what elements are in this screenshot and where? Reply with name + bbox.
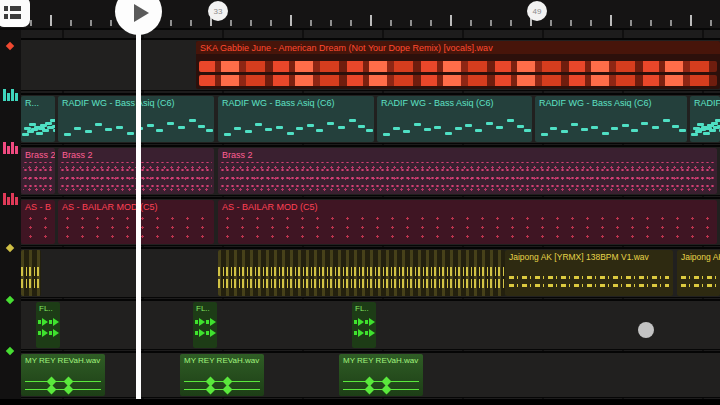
- clip-green-small[interactable]: FL..: [352, 302, 376, 348]
- clip-midi-crimson[interactable]: AS - B: [21, 200, 55, 244]
- clip-green-big[interactable]: MY REY REVaH.wav: [339, 354, 423, 396]
- clip-waveform: [218, 161, 717, 194]
- clip-midi-pink[interactable]: Brass 2: [218, 148, 717, 194]
- bottom-letterbox: [0, 399, 720, 405]
- clip-waveform: [36, 315, 60, 348]
- clip-vocal[interactable]: SKA Gabbie June - American Dream (Not Yo…: [196, 41, 720, 89]
- clip-waveform: [505, 263, 673, 296]
- transport-ruler-bar[interactable]: 3349: [0, 0, 720, 30]
- clip-midi-teal[interactable]: R...: [21, 96, 55, 142]
- clip-audio-yellow[interactable]: Jaipong AK [YRMX] 138BPM V1.wav: [505, 250, 673, 296]
- ruler-tick: [630, 20, 632, 26]
- clip-label: RADIF WG - Bass Asiq (C6): [377, 96, 532, 109]
- clip-label: Brass 2: [218, 148, 717, 161]
- clip-waveform: [21, 367, 105, 396]
- clip-midi-teal[interactable]: RADIF WG - Bass Asiq (C6): [218, 96, 374, 142]
- clip-label: AS - BAILAR MOD (C5): [218, 200, 717, 213]
- playhead-line[interactable]: [136, 26, 141, 399]
- clip-bars-yellow[interactable]: [21, 250, 41, 296]
- clip-waveform: [21, 213, 55, 244]
- track-icon-rail: [0, 28, 21, 399]
- clip-label: MY REY REVaH.wav: [339, 354, 423, 367]
- clip-label: Jaipong AK [YRMX] 138BPM V1.wav: [505, 250, 673, 263]
- ruler-tick: [310, 20, 312, 26]
- ruler-tick: [450, 15, 452, 26]
- clip-midi-crimson[interactable]: AS - BAILAR MOD (C5): [218, 200, 717, 244]
- ruler-tick: [290, 15, 292, 26]
- clip-green-big[interactable]: MY REY REVaH.wav: [21, 354, 105, 396]
- track-lane-rev[interactable]: MY REY REVaH.wavMY REY REVaH.wavMY REY R…: [0, 351, 720, 398]
- track-lane-bass[interactable]: R...RADIF WG - Bass Asiq (C6)RADIF WG - …: [0, 93, 720, 144]
- clip-label: SKA Gabbie June - American Dream (Not Yo…: [196, 41, 720, 54]
- clip-label: RADIF WG - Bass Asiq (C6): [690, 96, 720, 109]
- clip-waveform: [196, 54, 720, 89]
- touch-indicator-dot: [638, 322, 654, 338]
- bar-number-marker[interactable]: 49: [527, 1, 547, 21]
- ruler-tick: [170, 20, 172, 26]
- track-lane-vocals[interactable]: SKA Gabbie June - American Dream (Not Yo…: [0, 38, 720, 91]
- clip-label: MY REY REVaH.wav: [21, 354, 105, 367]
- clip-midi-teal[interactable]: RADIF WG - Bass Asiq (C6): [535, 96, 687, 142]
- ruler-tick: [390, 20, 392, 26]
- track-lane-bailar[interactable]: AS - BAS - BAILAR MOD (C5)AS - BAILAR MO…: [0, 197, 720, 246]
- ruler-tick: [710, 20, 712, 26]
- ruler-tick: [430, 20, 432, 26]
- piano-icon[interactable]: [3, 88, 18, 101]
- clip-waveform: [377, 109, 532, 142]
- ruler-tick: [350, 20, 352, 26]
- clip-midi-teal[interactable]: RADIF WG - Bass Asiq (C6): [690, 96, 720, 142]
- ruler-tick: [490, 20, 492, 26]
- ruler-tick: [690, 15, 692, 26]
- track-lane-fl[interactable]: FL..FL..FL..: [0, 299, 720, 350]
- clip-waveform: [218, 213, 717, 244]
- ruler-tick: [570, 20, 572, 26]
- clip-waveform: [218, 250, 505, 296]
- clip-waveform: [218, 109, 374, 142]
- ruler-tick: [50, 15, 52, 26]
- piano-icon[interactable]: [3, 192, 18, 205]
- ruler-tick: [370, 15, 372, 26]
- ruler-tick: [250, 20, 252, 26]
- clip-green-small[interactable]: FL..: [36, 302, 60, 348]
- clip-label: AS - B: [21, 200, 55, 213]
- clip-label: FL..: [352, 302, 376, 315]
- ruler-tick: [590, 20, 592, 26]
- clip-green-big[interactable]: MY REY REVaH.wav: [180, 354, 264, 396]
- ruler-tick: [190, 20, 192, 26]
- ruler-tick: [230, 20, 232, 26]
- ruler-tick: [270, 20, 272, 26]
- clip-waveform: [677, 263, 720, 296]
- ruler-tick: [410, 20, 412, 26]
- clip-bars-yellow[interactable]: [218, 250, 505, 296]
- clip-midi-teal[interactable]: RADIF WG - Bass Asiq (C6): [377, 96, 532, 142]
- clip-waveform: [352, 315, 376, 348]
- ruler-tick: [610, 15, 612, 26]
- clip-label: Brass 2: [21, 148, 55, 161]
- track-lane-brass[interactable]: Brass 2Brass 2Brass 2: [0, 145, 720, 196]
- ruler-tick: [90, 20, 92, 26]
- clip-waveform: [21, 109, 55, 142]
- clip-label: Jaipong AK [YRMX] 138BPM V1.wav: [677, 250, 720, 263]
- clip-audio-yellow[interactable]: Jaipong AK [YRMX] 138BPM V1.wav: [677, 250, 720, 296]
- clip-waveform: [180, 367, 264, 396]
- clip-midi-pink[interactable]: Brass 2: [21, 148, 55, 194]
- clip-waveform: [193, 315, 217, 348]
- piano-icon[interactable]: [3, 141, 18, 154]
- clip-label: RADIF WG - Bass Asiq (C6): [218, 96, 374, 109]
- menu-icon: [4, 6, 30, 11]
- ruler-tick: [470, 20, 472, 26]
- play-icon: [134, 4, 149, 22]
- ruler-tick: [670, 20, 672, 26]
- arrangement-timeline[interactable]: SKA Gabbie June - American Dream (Not Yo…: [0, 28, 720, 399]
- clip-waveform: [21, 161, 55, 194]
- ruler-tick: [30, 20, 32, 26]
- clip-waveform: [690, 109, 720, 142]
- track-lane-jaipong[interactable]: Jaipong AK [YRMX] 138BPM V1.wavJaipong A…: [0, 247, 720, 298]
- clip-waveform: [535, 109, 687, 142]
- clip-label: MY REY REVaH.wav: [180, 354, 264, 367]
- menu-button[interactable]: [0, 0, 30, 27]
- clip-label: R...: [21, 96, 55, 109]
- clip-green-small[interactable]: FL..: [193, 302, 217, 348]
- daw-playlist-view: SKA Gabbie June - American Dream (Not Yo…: [0, 0, 720, 405]
- bar-number-marker[interactable]: 33: [208, 1, 228, 21]
